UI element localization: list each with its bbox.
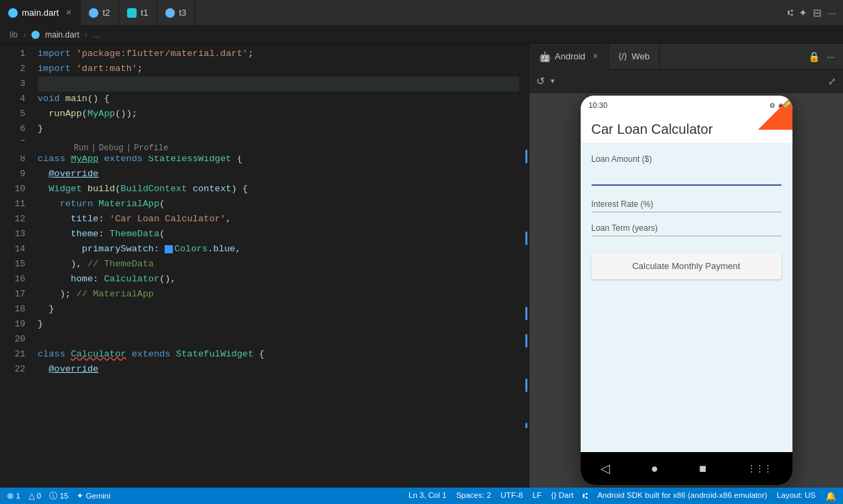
scroll-marker-6 — [525, 423, 527, 428]
status-bell-icon[interactable]: 🔔 — [825, 491, 836, 501]
code-line: runApp(MyApp()); — [38, 107, 519, 122]
code-line: } — [38, 302, 519, 317]
web-tab-label: Web — [631, 51, 650, 61]
right-panel: 🤖 Android ✕ ⟨/⟩ Web 🔒 ··· ↺ ▾ ⤢ — [529, 44, 843, 488]
tab-bar: main.dart ✕ t2 t1 t3 ⑆ ✦ ⊟ ··· — [0, 0, 843, 26]
status-cursor[interactable]: Ln 3, Col 1 — [409, 491, 447, 501]
debug-button[interactable]: Debug — [99, 141, 124, 156]
battery-indicator: 🔋 — [782, 100, 792, 110]
status-line-ending[interactable]: LF — [532, 491, 541, 501]
phone-time: 10:30 — [589, 101, 608, 109]
loan-term-divider — [592, 236, 782, 236]
breadcrumb: lib › main.dart › ... — [0, 26, 843, 44]
phone-content: Loan Amount ($) Interest Rate (%) Loan T… — [581, 143, 792, 452]
android-tab-label: Android — [555, 51, 585, 61]
code-line: Widget build(BuildContext context) { — [38, 182, 519, 197]
breadcrumb-lib[interactable]: lib — [10, 30, 18, 40]
status-bar: ⊗ 1 △ 0 ⓘ 15 ✦ Gemini Ln 3, Col 1 Spaces… — [0, 488, 843, 504]
nav-recents-button[interactable]: ■ — [699, 462, 706, 476]
android-tab-close[interactable]: ✕ — [592, 52, 598, 61]
nav-back-button[interactable]: ◁ — [600, 461, 610, 476]
status-warnings[interactable]: △ 0 — [29, 491, 42, 501]
preview-toolbar: ↺ ▾ ⤢ — [529, 70, 843, 93]
tab-main-dart-label: main.dart — [22, 8, 59, 18]
calculate-button[interactable]: Calculate Monthly Payment — [592, 253, 782, 279]
phone-frame: 10:30 ⚙ ◉ 🔋 Car Loan Calculator — [581, 96, 792, 485]
code-line: } — [38, 122, 519, 137]
more-icon[interactable]: ··· — [827, 51, 835, 62]
main-area: 12345 678910 1112131415 1617181920 2122 … — [0, 44, 843, 488]
code-line: theme: ThemeData( — [38, 227, 519, 242]
tab-t1[interactable]: t1 — [119, 0, 157, 26]
status-language[interactable]: {} Dart — [551, 491, 574, 501]
tab-t2[interactable]: t2 — [81, 0, 119, 26]
web-icon: ⟨/⟩ — [618, 51, 628, 61]
code-line: ), // ThemeData — [38, 257, 519, 272]
device-panel-icons: 🔒 ··· — [808, 51, 843, 62]
tab-t3-label: t3 — [179, 8, 186, 18]
interest-rate-divider — [592, 212, 782, 212]
code-line: @override — [38, 362, 519, 377]
run-button[interactable]: Run — [74, 141, 89, 156]
android-icon: 🤖 — [539, 51, 551, 62]
external-link-icon[interactable]: ⤢ — [828, 76, 836, 87]
code-line: } — [38, 317, 519, 332]
status-encoding[interactable]: UTF-8 — [501, 491, 523, 501]
phone-app-title: Car Loan Calculator — [592, 122, 782, 137]
code-line: primarySwatch: Colors.blue, — [38, 242, 519, 257]
refresh-dropdown-icon[interactable]: ▾ — [551, 76, 555, 85]
layout-icon[interactable]: ⊟ — [813, 7, 822, 19]
loan-amount-label: Loan Amount ($) — [592, 154, 782, 164]
status-info[interactable]: ⓘ 15 — [49, 491, 68, 501]
dart-file-icon — [8, 8, 18, 18]
tab-web[interactable]: ⟨/⟩ Web — [609, 44, 660, 70]
status-sdk-info[interactable]: Android SDK built for x86 (android-x86 e… — [597, 491, 767, 501]
status-gemini[interactable]: ✦ Gemini — [77, 491, 111, 501]
status-layout[interactable]: Layout: US — [777, 491, 816, 501]
loan-term-label: Loan Term (years) — [592, 223, 782, 233]
branch-icon[interactable]: ⑆ — [788, 8, 793, 18]
code-line: @override — [38, 167, 519, 182]
scroll-marker-3 — [525, 307, 527, 320]
run-debug-bar: Run | Debug | Profile — [0, 141, 519, 156]
code-line: void main() { — [38, 92, 519, 107]
tab-t3[interactable]: t3 — [157, 0, 195, 26]
tab-main-dart-close[interactable]: ✕ — [66, 8, 72, 17]
editor-scroll-gutter[interactable] — [519, 44, 529, 488]
toolbar-icons: ⑆ ✦ ⊟ ··· — [788, 7, 843, 19]
scroll-marker-1 — [525, 150, 527, 163]
line-numbers: 12345 678910 1112131415 1617181920 2122 — [0, 44, 31, 488]
tab-main-dart[interactable]: main.dart ✕ — [0, 0, 81, 26]
more-options-icon[interactable]: ··· — [827, 7, 836, 18]
editor[interactable]: 12345 678910 1112131415 1617181920 2122 … — [0, 44, 529, 488]
ai-icon[interactable]: ✦ — [799, 7, 807, 19]
tab-t2-icon — [89, 8, 98, 18]
tab-t2-label: t2 — [102, 8, 110, 18]
status-git-icon: ⑆ — [583, 491, 588, 501]
tab-t1-label: t1 — [141, 8, 148, 18]
loan-amount-input[interactable] — [592, 167, 782, 186]
breadcrumb-file[interactable]: main.dart — [45, 30, 79, 40]
interest-rate-label: Interest Rate (%) — [592, 199, 782, 209]
battery-corner: 🔋 — [758, 96, 792, 130]
status-bar-right: Ln 3, Col 1 Spaces: 2 UTF-8 LF {} Dart ⑆… — [409, 491, 836, 501]
code-line-active — [38, 76, 519, 92]
tab-t1-icon — [127, 8, 137, 18]
nav-home-button[interactable]: ● — [651, 462, 659, 476]
breadcrumb-more[interactable]: ... — [93, 30, 100, 40]
tab-android[interactable]: 🤖 Android ✕ — [529, 44, 609, 70]
profile-button[interactable]: Profile — [134, 141, 168, 156]
scroll-marker-2 — [525, 232, 527, 245]
refresh-icon[interactable]: ↺ — [536, 75, 545, 87]
code-editor-content[interactable]: import 'package:flutter/material.dart'; … — [31, 44, 519, 488]
status-errors[interactable]: ⊗ 1 — [7, 491, 20, 501]
nav-menu-button[interactable]: ⋮⋮⋮ — [747, 464, 772, 473]
tab-t3-icon — [165, 8, 175, 18]
status-spaces[interactable]: Spaces: 2 — [456, 491, 491, 501]
code-line: class Calculator extends StatefulWidget … — [38, 347, 519, 362]
code-line — [38, 332, 519, 347]
loan-amount-field: Loan Amount ($) — [592, 154, 782, 197]
code-line: import 'dart:math'; — [38, 61, 519, 76]
code-line: return MaterialApp( — [38, 197, 519, 212]
lock-icon[interactable]: 🔒 — [808, 51, 820, 62]
